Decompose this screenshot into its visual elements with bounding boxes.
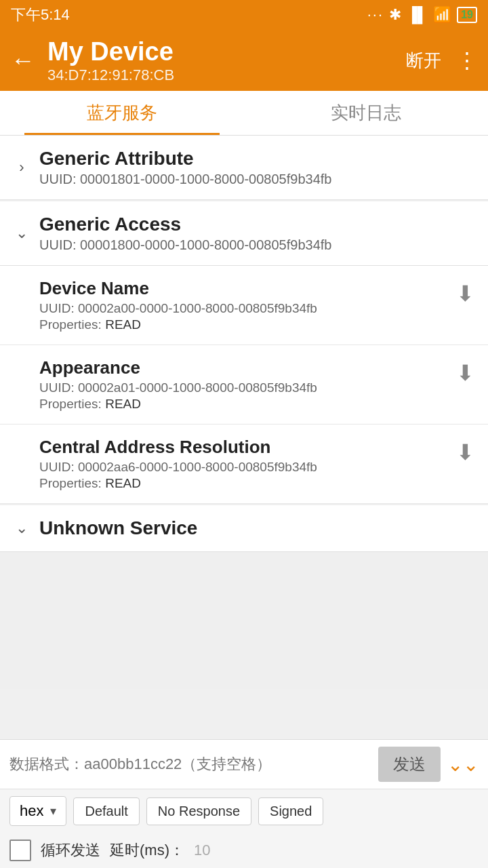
service-uuid-generic-access: UUID: 00001800-0000-1000-8000-00805f9b34… xyxy=(39,237,474,253)
signal-bars-icon: ▐▌ xyxy=(407,6,428,24)
options-row: hex ▾ Default No Response Signed xyxy=(0,789,488,833)
char-uuid-central-address-resolution: UUID: 00002aa6-0000-1000-8000-00805f9b34… xyxy=(39,460,448,475)
signal-dots-icon: ··· xyxy=(367,6,384,24)
loop-send-label: 循环发送 xyxy=(41,840,100,861)
bottom-bar: 发送 ⌄⌄ hex ▾ Default No Response Signed 循… xyxy=(0,739,488,868)
status-bar: 下午5:14 ··· ✱ ▐▌ 📶 19 xyxy=(0,0,488,30)
option-default-button[interactable]: Default xyxy=(73,797,139,825)
char-info-device-name: Device Name UUID: 00002a00-0000-1000-800… xyxy=(39,278,448,332)
char-appearance: Appearance UUID: 00002a01-0000-1000-8000… xyxy=(0,345,488,425)
toolbar-actions: 断开 ⋮ xyxy=(406,47,477,73)
service-generic-attribute: › Generic Attribute UUID: 00001801-0000-… xyxy=(0,136,488,200)
service-info-unknown: Unknown Service xyxy=(39,517,474,539)
service-uuid-generic-attribute: UUID: 00001801-0000-1000-8000-00805f9b34… xyxy=(39,172,474,187)
status-time: 下午5:14 xyxy=(11,5,70,25)
service-header-generic-attribute[interactable]: › Generic Attribute UUID: 00001801-0000-… xyxy=(0,136,488,200)
service-list: › Generic Attribute UUID: 00001801-0000-… xyxy=(0,136,488,689)
checkbox-row: 循环发送 延时(ms)： 10 xyxy=(0,833,488,868)
status-icons: ··· ✱ ▐▌ 📶 19 xyxy=(367,6,477,24)
service-generic-access: ⌄ Generic Access UUID: 00001800-0000-100… xyxy=(0,201,488,504)
disconnect-button[interactable]: 断开 xyxy=(406,49,441,73)
char-name-appearance: Appearance xyxy=(39,357,448,378)
toolbar: ← My Device 34:D7:12:91:78:CB 断开 ⋮ xyxy=(0,30,488,91)
option-no-response-button[interactable]: No Response xyxy=(146,797,251,825)
service-name-generic-attribute: Generic Attribute xyxy=(39,148,474,170)
device-address: 34:D7:12:91:78:CB xyxy=(47,66,406,84)
toolbar-title-area: My Device 34:D7:12:91:78:CB xyxy=(47,37,406,84)
back-button[interactable]: ← xyxy=(11,48,35,73)
char-name-central-address-resolution: Central Address Resolution xyxy=(39,437,448,458)
data-input[interactable] xyxy=(9,755,371,773)
expand-icon-unknown: ⌄ xyxy=(14,519,30,537)
download-icon-appearance[interactable]: ⬇ xyxy=(456,360,474,386)
send-button[interactable]: 发送 xyxy=(378,747,441,782)
char-props-appearance: Properties: READ xyxy=(39,397,448,412)
char-name-device-name: Device Name xyxy=(39,278,448,299)
battery-icon: 19 xyxy=(457,7,477,23)
service-header-unknown[interactable]: ⌄ Unknown Service xyxy=(0,505,488,552)
service-header-generic-access[interactable]: ⌄ Generic Access UUID: 00001800-0000-100… xyxy=(0,201,488,266)
tab-bar: 蓝牙服务 实时日志 xyxy=(0,91,488,136)
char-uuid-device-name: UUID: 00002a00-0000-1000-8000-00805f9b34… xyxy=(39,301,448,316)
more-options-button[interactable]: ⋮ xyxy=(456,47,477,73)
expand-icon-generic-attribute: › xyxy=(14,159,30,176)
service-unknown: ⌄ Unknown Service xyxy=(0,505,488,552)
format-dropdown-icon: ▾ xyxy=(50,804,56,818)
expand-arrow-icon[interactable]: ⌄⌄ xyxy=(447,753,479,776)
char-uuid-appearance: UUID: 00002a01-0000-1000-8000-00805f9b34… xyxy=(39,380,448,395)
char-info-appearance: Appearance UUID: 00002a01-0000-1000-8000… xyxy=(39,357,448,412)
service-info-generic-access: Generic Access UUID: 00001800-0000-1000-… xyxy=(39,214,474,253)
char-props-device-name: Properties: READ xyxy=(39,317,448,332)
bluetooth-icon: ✱ xyxy=(389,6,401,24)
device-title: My Device xyxy=(47,37,406,66)
wifi-icon: 📶 xyxy=(433,6,451,24)
char-info-central-address-resolution: Central Address Resolution UUID: 00002aa… xyxy=(39,437,448,491)
input-row: 发送 ⌄⌄ xyxy=(0,740,488,789)
service-name-unknown: Unknown Service xyxy=(39,517,474,539)
char-central-address-resolution: Central Address Resolution UUID: 00002aa… xyxy=(0,425,488,504)
service-name-generic-access: Generic Access xyxy=(39,214,474,235)
download-icon-central-address-resolution[interactable]: ⬇ xyxy=(456,439,474,465)
service-info-generic-attribute: Generic Attribute UUID: 00001801-0000-10… xyxy=(39,148,474,187)
option-signed-button[interactable]: Signed xyxy=(258,797,323,825)
char-device-name: Device Name UUID: 00002a00-0000-1000-800… xyxy=(0,266,488,345)
expand-icon-generic-access: ⌄ xyxy=(14,224,30,242)
delay-label: 延时(ms)： xyxy=(110,840,184,861)
download-icon-device-name[interactable]: ⬇ xyxy=(456,281,474,307)
format-select[interactable]: hex ▾ xyxy=(9,796,66,826)
char-props-central-address-resolution: Properties: READ xyxy=(39,476,448,491)
tab-realtime-log[interactable]: 实时日志 xyxy=(244,91,488,135)
delay-value: 10 xyxy=(194,842,210,859)
format-label: hex xyxy=(20,802,43,820)
tab-ble-services[interactable]: 蓝牙服务 xyxy=(0,91,244,135)
loop-send-checkbox[interactable] xyxy=(9,840,31,861)
